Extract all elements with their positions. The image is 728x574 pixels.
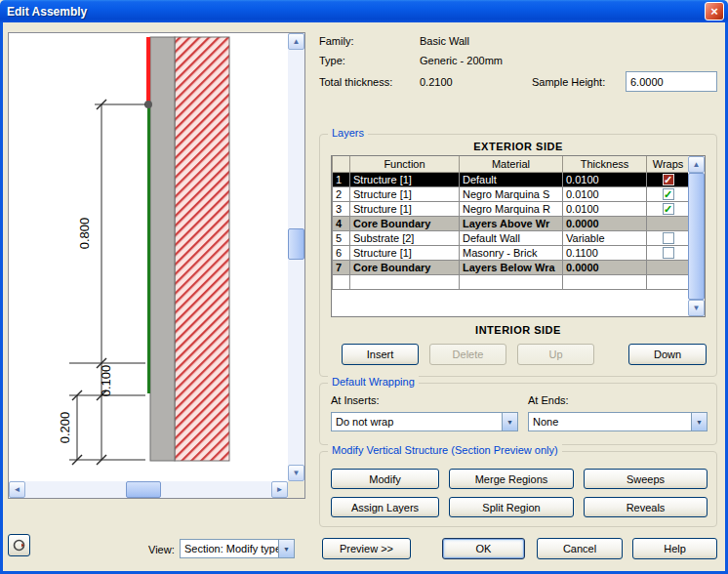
layer-row[interactable]: 6Structure [1]Masonry - Brick0.1100 xyxy=(333,245,690,260)
col-header-material[interactable]: Material xyxy=(460,156,563,172)
layer-function-cell[interactable]: Core Boundary xyxy=(350,260,460,274)
up-button[interactable]: Up xyxy=(517,344,594,365)
layer-number-cell[interactable]: 7 xyxy=(333,260,350,274)
layer-material-cell[interactable]: Layers Above Wr xyxy=(460,216,563,230)
brick-layer[interactable] xyxy=(175,37,229,461)
at-ends-select[interactable]: None ▼ xyxy=(528,412,708,431)
reveals-button[interactable]: Reveals xyxy=(584,497,708,517)
layer-row-core-boundary[interactable]: 4Core BoundaryLayers Above Wr0.0000 xyxy=(333,216,690,230)
arrow-down-icon[interactable]: ▼ xyxy=(288,465,304,481)
help-button[interactable]: Help xyxy=(632,538,717,559)
vertical-scroll-thumb[interactable] xyxy=(288,228,304,260)
layer-wraps-cell[interactable] xyxy=(647,260,690,274)
modify-button[interactable]: Modify xyxy=(331,469,439,489)
layer-function-cell[interactable] xyxy=(350,274,460,289)
layer-function-cell[interactable]: Structure [1] xyxy=(350,245,460,260)
layer-function-cell[interactable]: Structure [1] xyxy=(350,172,460,186)
wraps-checkbox-checked[interactable]: ✓ xyxy=(663,188,674,200)
layer-thickness-cell[interactable]: Variable xyxy=(563,230,647,245)
layer-row[interactable]: 1Structure [1]Default0.0100✓ xyxy=(333,172,690,186)
preview-toggle-button[interactable]: Preview >> xyxy=(322,538,411,559)
layer-material-cell[interactable]: Negro Marquina S xyxy=(460,186,563,201)
layer-material-cell[interactable]: Default Wall xyxy=(460,230,563,245)
substrate-layer[interactable] xyxy=(150,37,175,461)
merge-regions-button[interactable]: Merge Regions xyxy=(449,469,574,489)
wraps-checkbox-checked[interactable]: ✓ xyxy=(663,203,674,215)
down-button[interactable]: Down xyxy=(628,344,707,365)
membrane-layer-red[interactable] xyxy=(146,37,150,104)
layer-thickness-cell[interactable]: 0.0000 xyxy=(563,216,647,230)
sample-height-input[interactable] xyxy=(626,71,717,92)
close-button[interactable]: × xyxy=(705,2,724,20)
at-inserts-select[interactable]: Do not wrap ▼ xyxy=(331,412,518,431)
layer-row-core-boundary[interactable]: 7Core BoundaryLayers Below Wra0.0000 xyxy=(333,260,690,274)
wraps-checkbox-checked[interactable]: ✓ xyxy=(663,174,674,185)
layer-number-cell[interactable]: 3 xyxy=(333,201,350,216)
layer-material-cell[interactable]: Layers Below Wra xyxy=(460,260,563,274)
col-header-number[interactable] xyxy=(333,156,350,172)
preview-vertical-scrollbar[interactable]: ▲ ▼ xyxy=(288,33,304,481)
chevron-down-icon[interactable]: ▼ xyxy=(502,413,517,430)
arrow-up-icon[interactable]: ▲ xyxy=(288,33,304,50)
layer-number-cell[interactable]: 1 xyxy=(333,172,350,186)
arrow-right-icon[interactable]: ► xyxy=(271,481,288,498)
ok-button[interactable]: OK xyxy=(442,538,525,559)
split-region-button[interactable]: Split Region xyxy=(449,497,574,517)
layer-thickness-cell[interactable] xyxy=(563,274,647,289)
layers-table-scrollbar[interactable]: ▲ ▼ xyxy=(688,156,705,316)
chevron-down-icon[interactable]: ▼ xyxy=(691,413,707,430)
assign-layers-button[interactable]: Assign Layers xyxy=(331,497,439,517)
layer-material-cell[interactable] xyxy=(460,274,563,289)
titlebar[interactable]: Edit Assembly × xyxy=(0,0,728,22)
layer-function-cell[interactable]: Structure [1] xyxy=(350,201,460,216)
arrow-up-icon[interactable]: ▲ xyxy=(688,156,705,173)
layer-wraps-cell[interactable]: ✓ xyxy=(647,201,690,216)
arrow-down-icon[interactable]: ▼ xyxy=(688,300,705,316)
layer-row[interactable]: 2Structure [1]Negro Marquina S0.0100✓ xyxy=(333,186,690,201)
layer-material-cell[interactable]: Negro Marquina R xyxy=(460,201,563,216)
layer-number-cell[interactable]: 2 xyxy=(333,186,350,201)
layer-function-cell[interactable]: Core Boundary xyxy=(350,216,460,230)
layer-number-cell[interactable] xyxy=(333,274,350,289)
wraps-checkbox-unchecked[interactable] xyxy=(663,232,674,244)
layer-function-cell[interactable]: Substrate [2] xyxy=(350,230,460,245)
layer-number-cell[interactable]: 6 xyxy=(333,245,350,260)
layer-thickness-cell[interactable]: 0.0100 xyxy=(563,186,647,201)
layer-material-cell[interactable]: Masonry - Brick xyxy=(460,245,563,260)
insert-button[interactable]: Insert xyxy=(342,344,419,365)
layer-wraps-cell[interactable] xyxy=(647,245,690,260)
col-header-thickness[interactable]: Thickness xyxy=(563,156,647,172)
preview-canvas[interactable]: 0.800 0.100 0.200 xyxy=(9,33,288,481)
arrow-left-icon[interactable]: ◄ xyxy=(9,481,25,498)
layer-node-dot[interactable] xyxy=(144,101,152,108)
preview-view-control-button[interactable] xyxy=(8,534,30,556)
layer-thickness-cell[interactable]: 0.1100 xyxy=(563,245,647,260)
layer-wraps-cell[interactable] xyxy=(647,230,690,245)
layer-row[interactable] xyxy=(333,274,690,289)
layer-wraps-cell[interactable] xyxy=(647,216,690,230)
layer-material-cell[interactable]: Default xyxy=(460,172,563,186)
col-header-wraps[interactable]: Wraps xyxy=(647,156,690,172)
layer-thickness-cell[interactable]: 0.0100 xyxy=(563,172,647,186)
layer-wraps-cell[interactable]: ✓ xyxy=(647,186,690,201)
layer-row[interactable]: 5Substrate [2]Default WallVariable xyxy=(333,230,690,245)
chevron-down-icon[interactable]: ▼ xyxy=(278,540,294,557)
layer-function-cell[interactable]: Structure [1] xyxy=(350,186,460,201)
layer-thickness-cell[interactable]: 0.0000 xyxy=(563,260,647,274)
table-scroll-thumb[interactable] xyxy=(688,173,705,300)
layer-number-cell[interactable]: 5 xyxy=(333,230,350,245)
sweeps-button[interactable]: Sweeps xyxy=(584,469,708,489)
col-header-function[interactable]: Function xyxy=(350,156,460,172)
finish-layer-green[interactable] xyxy=(147,104,150,393)
layer-thickness-cell[interactable]: 0.0100 xyxy=(563,201,647,216)
layer-wraps-cell[interactable] xyxy=(647,274,690,289)
layer-row[interactable]: 3Structure [1]Negro Marquina R0.0100✓ xyxy=(333,201,690,216)
layer-wraps-cell[interactable]: ✓ xyxy=(647,172,690,186)
horizontal-scroll-thumb[interactable] xyxy=(126,481,161,498)
cancel-button[interactable]: Cancel xyxy=(537,538,623,559)
wraps-checkbox-unchecked[interactable] xyxy=(663,247,674,259)
view-select[interactable]: Section: Modify type ▼ xyxy=(180,539,295,558)
layer-number-cell[interactable]: 4 xyxy=(333,216,350,230)
preview-horizontal-scrollbar[interactable]: ◄ ► xyxy=(9,481,288,498)
delete-button[interactable]: Delete xyxy=(429,344,506,365)
